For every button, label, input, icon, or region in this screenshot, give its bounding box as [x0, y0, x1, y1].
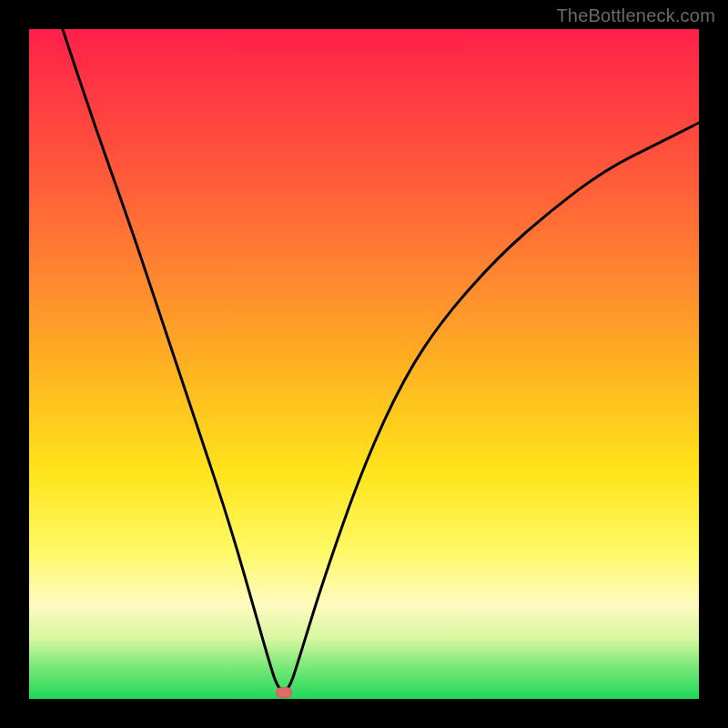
bottleneck-curve [63, 29, 699, 691]
plot-area [29, 29, 699, 699]
watermark-text: TheBottleneck.com [556, 5, 715, 26]
chart-frame: TheBottleneck.com [0, 0, 728, 728]
optimal-marker [276, 687, 292, 698]
curve-svg [29, 29, 699, 699]
